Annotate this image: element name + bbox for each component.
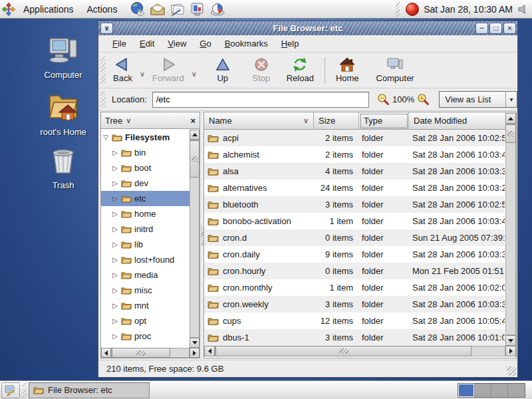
forward-button[interactable]: Forward xyxy=(147,56,190,84)
expander-icon[interactable]: ▷ xyxy=(110,256,120,263)
table-row[interactable]: acpi 2 items folder Sat 28 Jan 2006 10:0… xyxy=(204,130,505,146)
table-row[interactable]: dbus-1 3 items folder Sat 28 Jan 2006 10… xyxy=(204,329,505,346)
expander-icon[interactable]: ▽ xyxy=(101,134,110,141)
list-scroll-right-button[interactable] xyxy=(505,346,516,356)
table-row[interactable]: cups 12 items folder Sat 28 Jan 2006 10:… xyxy=(204,313,505,329)
minimize-button[interactable]: − xyxy=(475,23,488,34)
actions-menu[interactable]: Actions xyxy=(80,1,124,18)
side-pane-chevron-icon[interactable]: ∨ xyxy=(126,116,131,125)
tree-scrollbar-thumb[interactable] xyxy=(190,140,200,178)
table-row[interactable]: cron.weekly 3 items folder Sat 28 Jan 20… xyxy=(204,296,505,313)
toolbar-drag-handle[interactable] xyxy=(100,57,106,84)
expander-icon[interactable]: ▷ xyxy=(110,332,120,340)
list-scroll-up-button[interactable] xyxy=(505,113,516,124)
expander-icon[interactable]: ▷ xyxy=(110,180,120,187)
list-scroll-left-button[interactable] xyxy=(204,346,215,356)
tree-item-filesystem[interactable]: ▽ Filesystem xyxy=(101,130,190,145)
workspace-2[interactable] xyxy=(475,384,491,397)
expander-icon[interactable]: ▷ xyxy=(110,210,120,217)
menu-go[interactable]: Go xyxy=(194,37,217,51)
tree-item-lib[interactable]: ▷ lib xyxy=(101,237,190,252)
tree-item-bin[interactable]: ▷ bin xyxy=(101,145,190,160)
column-header-size[interactable]: Size xyxy=(314,112,359,130)
desktop-icon-computer[interactable]: Computer xyxy=(27,37,100,80)
location-input[interactable] xyxy=(152,92,369,108)
show-desktop-button[interactable] xyxy=(1,382,20,398)
side-pane-close-icon[interactable]: × xyxy=(190,116,196,126)
up-button[interactable]: Up xyxy=(208,56,237,84)
zoom-out-icon[interactable] xyxy=(377,93,390,106)
expander-icon[interactable]: ▷ xyxy=(110,225,120,233)
expander-icon[interactable]: ▷ xyxy=(110,287,120,294)
spreadsheet-launcher[interactable] xyxy=(209,1,225,17)
table-row[interactable]: alternatives 24 items folder Sat 28 Jan … xyxy=(204,180,505,196)
tree-item-etc[interactable]: ▷ etc xyxy=(101,191,190,206)
combo-arrow-icon[interactable]: ▾ xyxy=(505,92,517,107)
tree-item-dev[interactable]: ▷ dev xyxy=(101,176,190,191)
back-history-dropdown[interactable]: ∨ xyxy=(138,70,147,78)
computer-button[interactable]: Computer xyxy=(371,56,420,84)
window-resize-grip[interactable] xyxy=(507,366,516,376)
applications-menu[interactable]: Applications xyxy=(17,1,80,18)
side-pane-header[interactable]: Tree ∨ × xyxy=(101,112,200,129)
distro-menu-icon[interactable] xyxy=(0,1,17,17)
tree-item-home[interactable]: ▷ home xyxy=(101,206,190,221)
close-button[interactable]: × xyxy=(503,23,516,34)
column-header-type[interactable]: Type xyxy=(359,112,409,130)
tree-item-proc[interactable]: ▷ proc xyxy=(101,329,190,344)
tree-item-boot[interactable]: ▷ boot xyxy=(101,160,190,176)
column-header-name[interactable]: Name ∨ xyxy=(204,112,314,130)
home-button[interactable]: Home xyxy=(331,56,364,84)
tree-item-mnt[interactable]: ▷ mnt xyxy=(101,298,190,313)
list-hscrollbar-thumb[interactable] xyxy=(215,346,471,356)
word-processor-launcher[interactable] xyxy=(169,1,186,17)
speaker-icon[interactable] xyxy=(517,4,529,15)
table-row[interactable]: cron.hourly 0 items folder Mon 21 Feb 20… xyxy=(204,263,505,279)
workspace-3[interactable] xyxy=(491,384,508,397)
workspace-1[interactable] xyxy=(458,384,475,397)
task-button-file-browser[interactable]: File Browser: etc xyxy=(29,382,150,398)
menu-bookmarks[interactable]: Bookmarks xyxy=(219,37,274,51)
forward-history-dropdown[interactable]: ∨ xyxy=(190,70,199,78)
table-row[interactable]: bonobo-activation 1 item folder Sat 28 J… xyxy=(204,213,505,229)
alert-notification-icon[interactable] xyxy=(406,3,419,16)
tree-hscrollbar-thumb[interactable] xyxy=(112,348,170,358)
stop-button[interactable]: Stop xyxy=(247,56,276,84)
view-mode-combo[interactable]: View as List ▾ xyxy=(439,91,517,108)
tree-item-initrd[interactable]: ▷ initrd xyxy=(101,221,190,237)
expander-icon[interactable]: ▷ xyxy=(110,302,120,309)
list-scroll-down-button[interactable] xyxy=(505,335,516,346)
web-browser-launcher[interactable] xyxy=(129,1,146,17)
reload-button[interactable]: Reload xyxy=(281,56,319,84)
maximize-button[interactable]: □ xyxy=(489,23,502,34)
desktop-icon-trash[interactable]: Trash xyxy=(27,148,100,190)
tree-item-media[interactable]: ▷ media xyxy=(101,267,190,283)
menu-view[interactable]: View xyxy=(162,37,192,51)
table-row[interactable]: cron.monthly 1 item folder Sat 28 Jan 20… xyxy=(204,279,505,296)
expander-icon[interactable]: ▷ xyxy=(110,241,120,248)
list-vertical-scrollbar[interactable] xyxy=(505,124,516,335)
zoom-in-icon[interactable] xyxy=(417,93,430,106)
tree-item-misc[interactable]: ▷ misc xyxy=(101,283,190,298)
column-header-date-modified[interactable]: Date Modified xyxy=(409,112,505,130)
presentation-launcher[interactable] xyxy=(189,1,205,17)
expander-icon[interactable]: ▷ xyxy=(110,164,120,172)
menu-help[interactable]: Help xyxy=(275,37,305,51)
tasklist-drag-handle[interactable] xyxy=(22,382,27,398)
table-row[interactable]: alchemist 2 items folder Sat 28 Jan 2006… xyxy=(204,146,505,163)
tree-item-lost-found[interactable]: ▷ lost+found xyxy=(101,252,190,267)
menu-edit[interactable]: Edit xyxy=(134,37,160,51)
table-row[interactable]: alsa 4 items folder Sat 28 Jan 2006 10:0… xyxy=(204,163,505,180)
table-row[interactable]: bluetooth 3 items folder Sat 28 Jan 2006… xyxy=(204,196,505,213)
tree-scroll-right-button[interactable] xyxy=(190,348,200,358)
expander-icon[interactable]: ▷ xyxy=(110,195,120,202)
workspace-4[interactable] xyxy=(508,384,525,397)
tree-scroll-down-button[interactable] xyxy=(190,338,200,348)
email-launcher[interactable] xyxy=(149,1,166,17)
menu-file[interactable]: File xyxy=(106,37,132,51)
expander-icon[interactable]: ▷ xyxy=(110,149,120,156)
tree-scroll-up-button[interactable] xyxy=(190,130,200,140)
back-button[interactable]: Back xyxy=(108,56,138,84)
tree-scroll-left-button[interactable] xyxy=(101,348,111,358)
clock-applet[interactable]: Sat Jan 28, 10:30 AM xyxy=(424,4,513,15)
